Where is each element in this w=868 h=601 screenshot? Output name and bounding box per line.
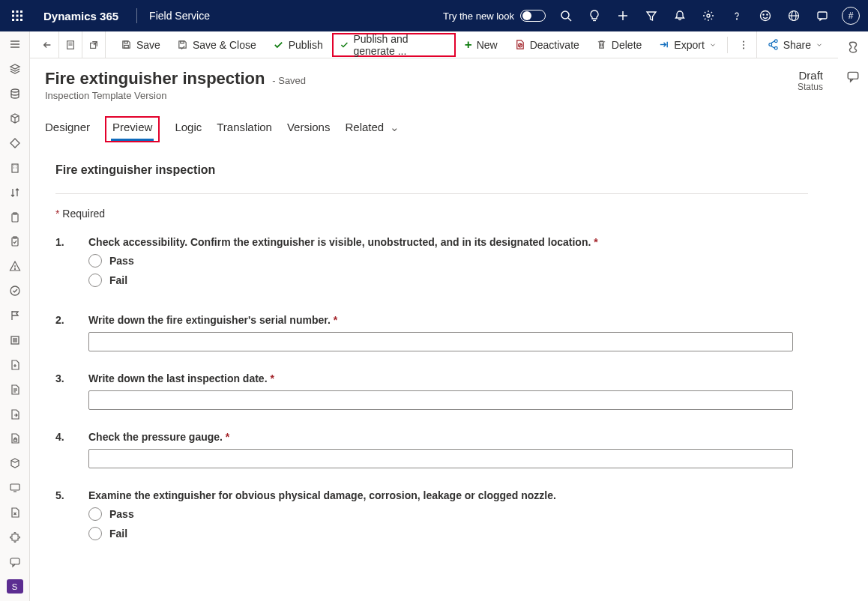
- stack-icon[interactable]: [7, 62, 23, 76]
- plus-icon[interactable]: [610, 0, 636, 31]
- svg-point-38: [10, 286, 19, 295]
- page-icon[interactable]: [7, 382, 23, 396]
- svg-point-64: [743, 43, 744, 45]
- svg-rect-0: [12, 10, 14, 13]
- deactivate-button[interactable]: Deactivate: [507, 34, 587, 56]
- command-bar: Save Save & Close Publish Publish and ge…: [30, 31, 838, 58]
- bell-icon[interactable]: [667, 0, 693, 31]
- list-icon[interactable]: [7, 333, 23, 348]
- related-pane-button[interactable]: [59, 31, 82, 58]
- clipboard-check-icon[interactable]: [7, 235, 23, 249]
- question-number: 3.: [55, 372, 73, 410]
- open-window-button[interactable]: [82, 31, 106, 58]
- comment-icon[interactable]: [7, 555, 23, 569]
- circle-check-icon[interactable]: [7, 284, 23, 298]
- share-button[interactable]: Share: [756, 31, 834, 58]
- svg-rect-56: [124, 45, 129, 48]
- save-button[interactable]: Save: [113, 34, 168, 56]
- building-icon[interactable]: [7, 160, 23, 175]
- save-label: Save: [136, 39, 160, 51]
- tab-related-label: Related: [345, 121, 384, 133]
- page-x-icon[interactable]: [7, 506, 23, 520]
- svg-rect-3: [12, 15, 14, 17]
- search-icon[interactable]: [553, 0, 579, 31]
- package-icon[interactable]: [7, 456, 23, 471]
- question-number: 2.: [55, 314, 73, 351]
- option-fail[interactable]: Fail: [88, 527, 808, 540]
- app-chip[interactable]: S: [7, 579, 23, 594]
- save-close-button[interactable]: Save & Close: [169, 34, 264, 56]
- account-icon[interactable]: #: [838, 0, 864, 31]
- tab-translation[interactable]: Translation: [217, 116, 272, 142]
- option-fail[interactable]: Fail: [88, 274, 808, 287]
- svg-rect-49: [10, 558, 19, 564]
- svg-rect-57: [181, 41, 184, 43]
- svg-rect-47: [10, 484, 19, 490]
- database-icon[interactable]: [7, 87, 23, 101]
- menu-icon[interactable]: [7, 37, 23, 52]
- question-text: Write down the fire extinguisher's seria…: [88, 314, 331, 326]
- filter-icon[interactable]: [639, 0, 664, 31]
- tab-designer[interactable]: Designer: [45, 116, 90, 142]
- toggle-icon[interactable]: [520, 10, 546, 22]
- diamond-icon[interactable]: [7, 136, 23, 151]
- chat-icon[interactable]: [810, 0, 835, 31]
- chevron-down-icon: [709, 41, 717, 49]
- page-out-icon[interactable]: [7, 407, 23, 421]
- lightbulb-icon[interactable]: [582, 0, 607, 31]
- tab-related[interactable]: Related ⌄: [345, 116, 400, 142]
- cube-icon[interactable]: [7, 112, 23, 126]
- question-text: Check the pressure gauge.: [88, 431, 223, 443]
- publish-generate-button[interactable]: Publish and generate ...: [332, 33, 456, 57]
- question-number: 5.: [55, 489, 73, 546]
- form-scroll[interactable]: Fire extinguisher inspection * Required …: [30, 144, 838, 601]
- question-text: Examine the extinguisher for obvious phy…: [88, 489, 556, 501]
- svg-point-65: [743, 47, 744, 49]
- brand-name[interactable]: Dynamics 365: [37, 10, 124, 22]
- gear-icon[interactable]: [696, 0, 721, 31]
- tab-preview[interactable]: Preview: [105, 116, 160, 142]
- back-button[interactable]: [34, 31, 59, 58]
- tab-logic[interactable]: Logic: [175, 116, 202, 142]
- option-label: Fail: [109, 274, 127, 286]
- page-add-icon[interactable]: [7, 357, 23, 372]
- delete-label: Delete: [612, 39, 642, 51]
- svg-rect-5: [20, 15, 22, 17]
- copilot-icon[interactable]: [846, 40, 860, 56]
- new-button[interactable]: + New: [457, 34, 505, 56]
- publish-button[interactable]: Publish: [265, 34, 331, 56]
- help-icon[interactable]: [724, 0, 750, 31]
- sort-icon[interactable]: [7, 185, 23, 199]
- clipboard-icon[interactable]: [7, 210, 23, 224]
- page-lock-icon[interactable]: [7, 432, 23, 446]
- chat-panel-icon[interactable]: [846, 70, 860, 85]
- required-legend: * Required: [55, 208, 808, 220]
- globe-icon[interactable]: [781, 0, 807, 31]
- warning-icon[interactable]: [7, 259, 23, 274]
- more-button[interactable]: [731, 34, 756, 56]
- option-pass[interactable]: Pass: [88, 254, 808, 268]
- app-launcher-icon[interactable]: [4, 0, 30, 31]
- tab-versions[interactable]: Versions: [287, 116, 331, 142]
- delete-button[interactable]: Delete: [588, 34, 649, 56]
- try-new-look-toggle[interactable]: Try the new look: [443, 10, 546, 22]
- svg-point-14: [707, 14, 710, 17]
- text-input[interactable]: [88, 390, 793, 410]
- question-text: Write down the last inspection date.: [88, 372, 268, 384]
- record-header: Fire extinguisher inspection - Saved Ins…: [30, 58, 838, 142]
- option-pass[interactable]: Pass: [88, 507, 808, 521]
- flag-icon[interactable]: [7, 309, 23, 323]
- share-label: Share: [783, 39, 811, 51]
- app-name[interactable]: Field Service: [149, 10, 210, 22]
- divider: [55, 193, 808, 194]
- text-input[interactable]: [88, 332, 793, 351]
- radio-icon: [88, 507, 102, 521]
- export-label: Export: [674, 39, 704, 51]
- export-button[interactable]: Export: [651, 34, 723, 56]
- monitor-icon[interactable]: [7, 481, 23, 495]
- text-input[interactable]: [88, 449, 793, 468]
- smile-icon[interactable]: [753, 0, 778, 31]
- svg-point-67: [774, 40, 777, 43]
- puzzle-icon[interactable]: [7, 531, 23, 545]
- question-text: Check accessibility. Confirm the extingu…: [88, 236, 591, 248]
